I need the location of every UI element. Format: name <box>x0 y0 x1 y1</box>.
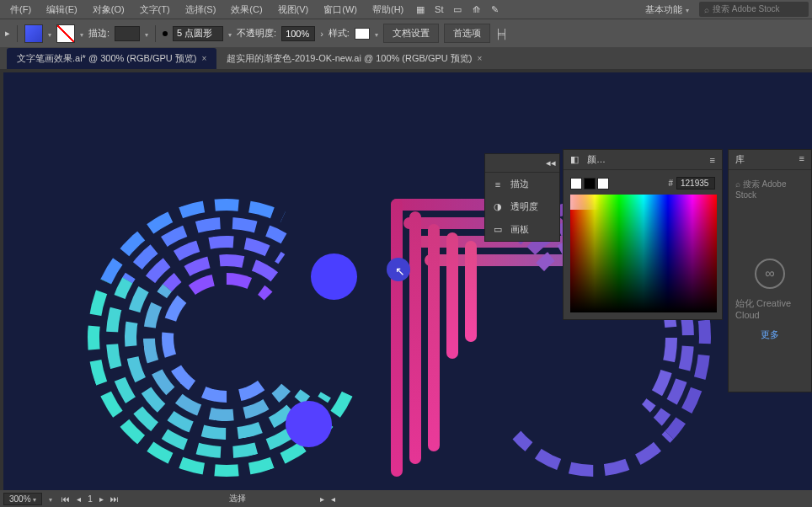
panel-mini: ◂◂ ≡ 描边 ◑ 透明度 ▭ 画板 <box>484 153 560 242</box>
play-icon[interactable]: ▸ <box>320 494 324 504</box>
control-bar: ▸ 描边: 不透明度: › 样式: 文档设置 首选项 ╞╡ <box>0 19 812 47</box>
brush-input[interactable] <box>173 26 223 41</box>
style-label: 样式: <box>329 27 350 40</box>
opacity-label: 不透明度: <box>237 27 276 40</box>
search-icon: ⌕ <box>735 179 740 189</box>
tab-label: 文字笔画效果.ai* @ 300% (RGB/GPU 预览) <box>17 52 196 65</box>
gpu-icon[interactable]: ⟰ <box>467 1 484 18</box>
artwork-letter-c <box>88 199 366 477</box>
status-bar: 300% ⏮ ◂ 1 ▸ ⏭ 选择 ▸ ◂ <box>0 490 812 507</box>
tab-document-1[interactable]: 文字笔画效果.ai* @ 300% (RGB/GPU 预览) × <box>7 48 216 69</box>
panel-color: ◧ 颜… ≡ # <box>563 149 723 320</box>
white-swatch[interactable] <box>597 178 609 189</box>
search-placeholder: 搜索 Adobe Stock <box>735 179 786 200</box>
menu-select[interactable]: 选择(S) <box>179 2 223 18</box>
panel-title[interactable]: 库 <box>735 153 745 166</box>
chevron-down-icon[interactable] <box>145 29 148 39</box>
stroke-label: 描边: <box>88 27 110 40</box>
creative-cloud-icon: ∞ <box>755 259 785 289</box>
nav-next-icon[interactable]: ▸ <box>97 494 106 504</box>
black-swatch[interactable] <box>584 178 596 189</box>
menu-help[interactable]: 帮助(H) <box>366 2 410 18</box>
panel-title: 颜… <box>587 153 606 166</box>
menu-view[interactable]: 视图(V) <box>271 2 316 18</box>
chevron-down-icon[interactable] <box>228 29 232 39</box>
arrange-icon[interactable]: ▭ <box>449 1 466 18</box>
search-placeholder: 搜索 Adobe Stock <box>713 3 779 15</box>
cc-init-text: 始化 Creative Cloud <box>735 297 804 320</box>
menu-type[interactable]: 文字(T) <box>133 2 177 18</box>
current-tool: 选择 <box>229 493 246 504</box>
palette-icon[interactable]: ◧ <box>570 154 579 165</box>
hex-input[interactable] <box>676 177 715 189</box>
chevron-down-icon[interactable] <box>80 29 83 39</box>
panel-artboards[interactable]: ▭ 画板 <box>485 218 559 241</box>
chevron-down-icon <box>686 4 689 14</box>
menu-edit[interactable]: 编辑(E) <box>40 2 84 18</box>
chevron-down-icon <box>33 494 36 504</box>
panel-label: 画板 <box>510 223 529 236</box>
close-icon[interactable]: × <box>477 54 482 63</box>
style-swatch[interactable] <box>355 28 370 40</box>
preferences-button[interactable]: 首选项 <box>444 24 490 43</box>
menu-file[interactable]: 件(F) <box>3 2 38 18</box>
document-setup-button[interactable]: 文档设置 <box>383 24 439 43</box>
transparency-icon: ◑ <box>492 201 504 213</box>
library-search[interactable]: ⌕ 搜索 Adobe Stock <box>729 170 811 208</box>
align-icon[interactable]: ╞╡ <box>495 29 509 39</box>
close-icon[interactable]: × <box>201 54 206 63</box>
panel-label: 透明度 <box>510 200 538 213</box>
chevron-down-icon[interactable] <box>375 29 378 39</box>
chevron-down-icon[interactable] <box>49 494 52 504</box>
panel-transparency[interactable]: ◑ 透明度 <box>485 195 559 218</box>
stock-icon[interactable]: St <box>430 1 447 18</box>
panel-libraries: 库 ≡ ⌕ 搜索 Adobe Stock ∞ 始化 Creative Cloud… <box>728 149 812 392</box>
artboard-nav: ⏮ ◂ 1 ▸ ⏭ <box>59 494 121 504</box>
menu-bar: 件(F) 编辑(E) 对象(O) 文字(T) 选择(S) 效果(C) 视图(V)… <box>0 0 812 19</box>
stroke-weight-input[interactable] <box>115 26 140 41</box>
panel-collapse-icon[interactable]: ◂◂ <box>546 157 556 168</box>
chevron-down-icon[interactable] <box>48 29 51 39</box>
tab-label: 超实用的渐变色-2019-OK-new.ai @ 100% (RGB/GPU 预… <box>227 52 472 65</box>
panel-menu-icon[interactable]: ≡ <box>710 155 715 165</box>
menu-object[interactable]: 对象(O) <box>86 2 131 18</box>
menu-window[interactable]: 窗口(W) <box>317 2 364 18</box>
panel-stroke[interactable]: ≡ 描边 <box>485 173 559 195</box>
stroke-icon: ≡ <box>492 179 504 190</box>
nav-prev-icon[interactable]: ◂ <box>74 494 83 504</box>
panel-menu-icon[interactable]: ≡ <box>799 153 804 166</box>
bridge-icon[interactable]: ▦ <box>412 1 429 18</box>
nav-page[interactable]: 1 <box>85 494 95 504</box>
feedback-icon[interactable]: ✎ <box>486 1 503 18</box>
brush-dot-icon <box>163 31 168 36</box>
opacity-input[interactable] <box>281 26 315 41</box>
workspace-label: 基本功能 <box>645 3 682 16</box>
scroll-left-icon[interactable]: ◂ <box>331 494 335 504</box>
search-icon: ⌕ <box>704 5 709 14</box>
color-spectrum[interactable] <box>570 195 717 312</box>
nav-first-icon[interactable]: ⏮ <box>59 494 72 504</box>
nav-last-icon[interactable]: ⏭ <box>108 494 121 504</box>
hex-prefix: # <box>668 179 673 188</box>
artboard-icon: ▭ <box>492 224 504 236</box>
adobe-stock-search[interactable]: ⌕ 搜索 Adobe Stock <box>699 2 809 17</box>
document-tabs: 文字笔画效果.ai* @ 300% (RGB/GPU 预览) × 超实用的渐变色… <box>0 47 812 69</box>
workspace: ↖ ◂◂ ≡ 描边 ◑ 透明度 ▭ 画板 ◧ 颜… <box>0 69 812 490</box>
fill-swatch[interactable] <box>24 24 43 43</box>
cc-more-link[interactable]: 更多 <box>761 328 779 341</box>
workspace-switcher[interactable]: 基本功能 <box>637 2 697 18</box>
zoom-level[interactable]: 300% <box>3 493 42 505</box>
selection-anchor <box>387 258 410 281</box>
no-selection-icon: ▸ <box>5 28 10 39</box>
tab-document-2[interactable]: 超实用的渐变色-2019-OK-new.ai @ 100% (RGB/GPU 预… <box>216 48 492 69</box>
menu-effect[interactable]: 效果(C) <box>224 2 269 18</box>
stroke-swatch[interactable] <box>56 24 75 43</box>
panel-label: 描边 <box>510 178 529 190</box>
none-swatch[interactable] <box>570 178 582 189</box>
